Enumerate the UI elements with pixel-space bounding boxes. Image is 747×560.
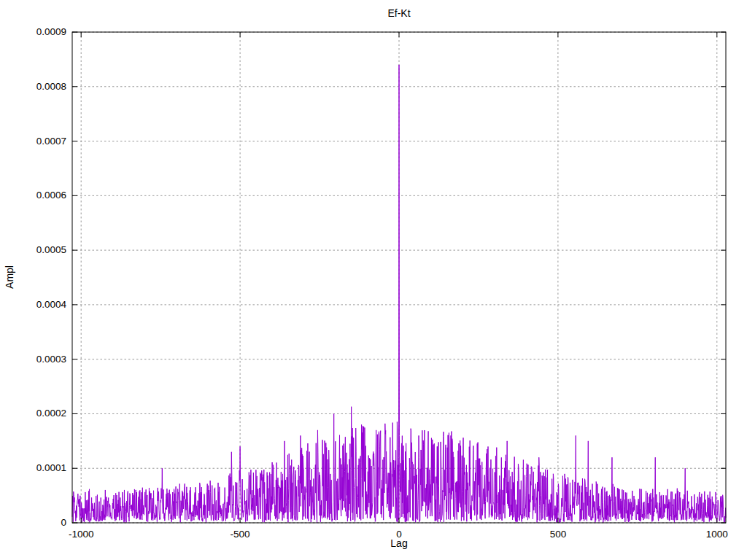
y-tick-label: 0.0005 [0, 244, 66, 255]
x-tick-label: 500 [550, 529, 567, 540]
y-tick-label: 0.0009 [0, 26, 66, 37]
gnuplot-chart-window: Ef-Kt Ampl Lag -1000-5000500100000.00010… [0, 0, 747, 560]
y-tick-label: 0.0007 [0, 136, 66, 147]
y-axis-label: Ampl [4, 265, 15, 289]
y-tick-label: 0 [0, 517, 66, 528]
y-tick-label: 0.0004 [0, 299, 66, 310]
x-tick-label: -500 [231, 529, 250, 540]
data-series-line [72, 65, 726, 523]
y-tick-label: 0.0006 [0, 190, 66, 201]
x-tick-label: 1000 [706, 529, 728, 540]
x-tick-label: -1000 [69, 529, 94, 540]
plot-canvas [0, 0, 747, 560]
y-tick-label: 0.0003 [0, 354, 66, 365]
chart-title: Ef-Kt [72, 7, 726, 19]
y-tick-label: 0.0001 [0, 462, 66, 473]
y-tick-label: 0.0008 [0, 81, 66, 92]
y-tick-label: 0.0002 [0, 408, 66, 419]
x-tick-label: 0 [396, 529, 402, 540]
